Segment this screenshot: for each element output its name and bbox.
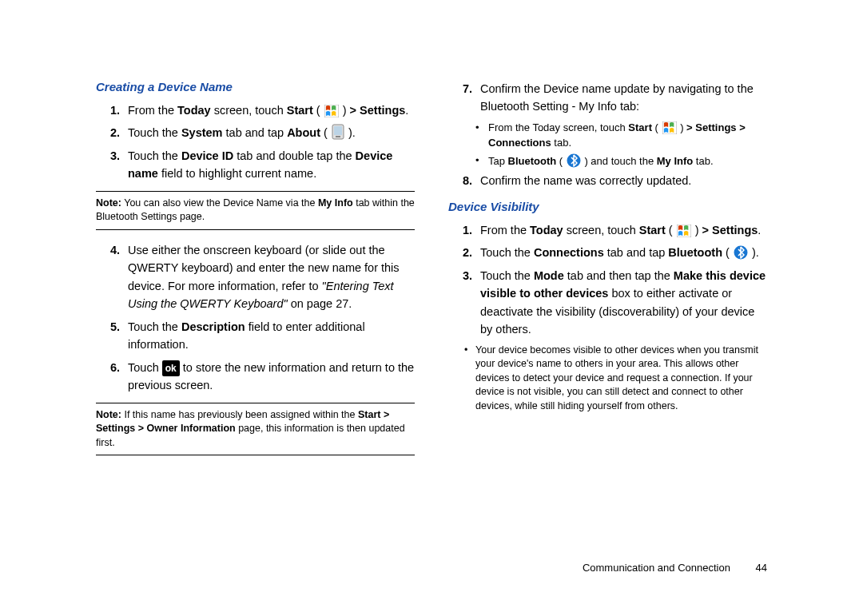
note-box-2: Note: If this name has previously been a… [96, 403, 415, 456]
footer-section: Communication and Connection [583, 562, 730, 574]
bluetooth-icon [734, 245, 748, 260]
step-3: 3. Touch the Device ID tab and double ta… [96, 147, 415, 183]
bluetooth-icon [567, 153, 581, 168]
dv-step-3: 3. Touch the Mode tab and then tap the M… [448, 267, 767, 339]
left-column: Creating a Device Name 1. From the Today… [96, 80, 415, 467]
ok-icon: ok [162, 360, 180, 377]
page-footer: Communication and Connection 44 [583, 562, 767, 574]
device-icon [332, 124, 344, 140]
document-page: Creating a Device Name 1. From the Today… [96, 80, 767, 575]
dv-step-1: 1. From the Today screen, touch Start ( … [448, 221, 767, 239]
dv-step-2: 2. Touch the Connections tab and tap Blu… [448, 244, 767, 261]
note-box-1: Note: You can also view the Device Name … [96, 191, 415, 230]
step-6: 6. Touch ok to store the new information… [96, 359, 415, 395]
step-4: 4. Use either the onscreen keyboard (or … [96, 241, 415, 313]
heading-creating-device-name: Creating a Device Name [96, 80, 415, 93]
step-1: 1. From the Today screen, touch Start ( … [96, 101, 415, 119]
windows-flag-icon [677, 225, 691, 237]
page-number: 44 [756, 562, 767, 574]
step-2: 2. Touch the System tab and tap About ( … [96, 124, 415, 141]
right-column: 7. Confirm the Device name update by nav… [448, 80, 767, 467]
windows-flag-icon [324, 105, 339, 117]
bullet-tap-bluetooth: • Tap Bluetooth ( ) and touch the My Inf… [475, 153, 767, 169]
step-8: 8. Confirm the name was correctly update… [448, 172, 767, 189]
windows-flag-icon [662, 121, 677, 134]
bullet-from-today: • From the Today screen, touch Start ( )… [475, 121, 767, 151]
heading-device-visibility: Device Visibility [448, 200, 767, 213]
step-5: 5. Touch the Description field to enter … [96, 318, 415, 354]
step-7: 7. Confirm the Device name update by nav… [448, 80, 767, 116]
dv-note-bullet: • Your device becomes visible to other d… [464, 344, 767, 414]
